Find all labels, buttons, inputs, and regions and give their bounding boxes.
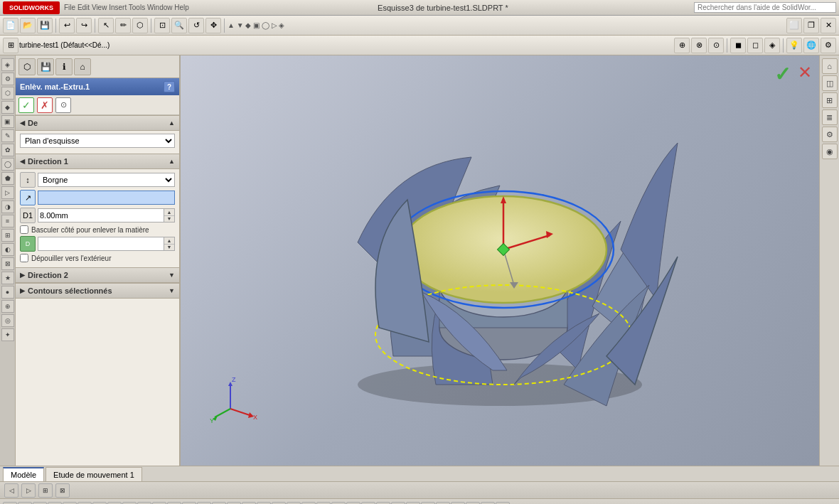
de-dropdown[interactable]: Plan d'esquisse [20, 134, 175, 148]
bt-project[interactable]: ⊕ [257, 502, 271, 505]
view-icon-1[interactable]: ⊕ [674, 38, 690, 53]
contours-section-header[interactable]: ▶ Contours sélectionnés ▼ [16, 283, 179, 299]
fl-icon-2[interactable]: ⚙ [1, 73, 14, 85]
de-section-header[interactable]: ◀ De ▲ [16, 115, 179, 131]
direction2-section-header[interactable]: ▶ Direction 2 ▼ [16, 267, 179, 283]
view-zoom-fit[interactable]: ⊡ [154, 18, 170, 33]
bt-tool3[interactable]: ⊸ [361, 502, 375, 505]
bt-tool9[interactable]: ⊞ [451, 502, 465, 505]
rsb-eye-icon[interactable]: ◉ [822, 144, 838, 159]
direction1-depth-up[interactable]: ▲ [164, 209, 174, 216]
tree-expand-icon[interactable]: ⊞ [3, 38, 18, 53]
fl-icon-14[interactable]: ◐ [1, 243, 14, 256]
maximize-button[interactable]: ⬜ [786, 18, 802, 33]
status-icon-2[interactable]: ▷ [21, 483, 36, 498]
fl-icon-16[interactable]: ★ [1, 272, 14, 284]
open-file-button[interactable]: 📂 [20, 18, 36, 33]
bt-convert[interactable]: ↬ [227, 502, 241, 505]
lights-icon[interactable]: 💡 [786, 38, 802, 53]
menu-items[interactable]: File Edit View Insert Tools Window Help [64, 4, 189, 11]
fl-icon-7[interactable]: ✿ [1, 144, 14, 156]
direction1-angle-up[interactable]: ▲ [164, 237, 174, 245]
view-zoom-in[interactable]: 🔍 [171, 18, 187, 33]
bt-mirror[interactable]: ⊣ [197, 502, 211, 505]
tab-etude[interactable]: Etude de mouvement 1 [46, 467, 142, 481]
bt-tool6[interactable]: ⊻ [406, 502, 420, 505]
bt-rect[interactable]: □ [63, 502, 77, 505]
scene-icon[interactable]: 🌐 [803, 38, 819, 53]
rsb-layers-icon[interactable]: ◫ [822, 75, 838, 91]
view-icon-3[interactable]: ⊙ [708, 38, 724, 53]
bt-tool11[interactable]: A [481, 502, 495, 505]
fl-icon-17[interactable]: ● [1, 286, 14, 299]
bt-spline[interactable]: ∿ [107, 502, 122, 505]
direction1-draft-checkbox[interactable] [20, 254, 28, 262]
bt-snap[interactable]: ⌖ [287, 502, 301, 505]
fl-icon-4[interactable]: ◆ [1, 101, 14, 114]
fl-icon-20[interactable]: ✦ [1, 328, 14, 341]
direction1-depth-icon[interactable]: D1 [20, 208, 36, 223]
bt-grid[interactable]: ⊞ [18, 502, 32, 505]
fl-icon-5[interactable]: ▣ [1, 115, 14, 128]
bt-tool4[interactable]: ⊹ [376, 502, 390, 505]
fl-icon-3[interactable]: ⬡ [1, 87, 14, 100]
rsb-tree-icon[interactable]: ⊞ [822, 92, 838, 108]
confirm-button[interactable]: ✓ [18, 97, 34, 113]
direction1-draft-icon[interactable]: D [20, 236, 36, 252]
fl-icon-19[interactable]: ◎ [1, 314, 14, 327]
fl-icon-15[interactable]: ⊠ [1, 257, 14, 270]
bt-3d-sketch[interactable]: 3D [272, 502, 286, 505]
fl-icon-13[interactable]: ⊞ [1, 229, 14, 242]
fl-icon-6[interactable]: ✎ [1, 129, 14, 142]
close-window-button[interactable]: ✕ [821, 18, 836, 33]
bt-tool8[interactable]: T [436, 502, 450, 505]
direction1-ref-input[interactable] [38, 191, 175, 205]
bt-dim[interactable]: ↔ [137, 502, 151, 505]
panel-info-icon[interactable]: ℹ [55, 58, 73, 75]
save-file-button[interactable]: 💾 [37, 18, 53, 33]
view-rotate[interactable]: ↺ [188, 18, 204, 33]
bt-pattern[interactable]: ⊡ [212, 502, 226, 505]
panel-home-icon[interactable]: ⌂ [74, 58, 91, 75]
fl-icon-12[interactable]: ≡ [1, 215, 14, 227]
new-file-button[interactable]: 📄 [3, 18, 18, 33]
bt-circle[interactable]: ○ [78, 502, 92, 505]
view-pan[interactable]: ✥ [205, 18, 221, 33]
fl-icon-1[interactable]: ◈ [1, 58, 14, 71]
bt-rapid[interactable]: ⚡ [316, 502, 331, 505]
rsb-house-icon[interactable]: ⌂ [822, 58, 838, 74]
view-icon-2[interactable]: ⊗ [691, 38, 707, 53]
sketch-tool[interactable]: ✏ [115, 18, 131, 33]
rsb-chart-icon[interactable]: ≣ [822, 109, 838, 125]
shading-2[interactable]: ◻ [747, 38, 763, 53]
bt-sketch[interactable]: ✏ [33, 502, 47, 505]
panel-save-icon[interactable]: 💾 [37, 58, 54, 75]
bt-trim[interactable]: ✂ [167, 502, 181, 505]
bt-tool12[interactable]: ⊠ [496, 502, 510, 505]
direction1-depth-input[interactable]: 8.00mm [38, 208, 164, 222]
bt-tool10[interactable]: ⊟ [466, 502, 480, 505]
panel-feature-icon[interactable]: ⬡ [18, 58, 36, 75]
bt-tool7[interactable]: ⊼ [421, 502, 435, 505]
bt-rel[interactable]: ⊻ [152, 502, 166, 505]
panel-help-button[interactable]: ? [164, 81, 175, 92]
direction1-angle-down[interactable]: ▼ [164, 245, 174, 251]
fl-icon-8[interactable]: ◯ [1, 158, 14, 171]
bt-line[interactable]: ╱ [48, 502, 62, 505]
fl-icon-10[interactable]: ▷ [1, 186, 14, 199]
bt-arc[interactable]: ◠ [92, 502, 107, 505]
cancel-button[interactable]: ✗ [37, 97, 53, 113]
redo-button[interactable]: ↪ [76, 18, 92, 33]
bt-offset[interactable]: ⊐ [182, 502, 196, 505]
shading-3[interactable]: ◈ [764, 38, 780, 53]
direction1-flip-icon[interactable]: ↕ [20, 172, 36, 188]
help-search-input[interactable] [694, 2, 836, 13]
direction1-type-dropdown[interactable]: Borgne [38, 173, 175, 187]
direction1-flip-checkbox[interactable] [20, 225, 28, 234]
status-icon-4[interactable]: ⊠ [55, 483, 70, 498]
bt-tool5[interactable]: ⊺ [391, 502, 405, 505]
direction1-angle-input[interactable] [38, 237, 164, 251]
select-tool[interactable]: ↖ [98, 18, 114, 33]
bt-select[interactable]: ↖ [3, 502, 17, 505]
fl-icon-18[interactable]: ⊕ [1, 300, 14, 313]
